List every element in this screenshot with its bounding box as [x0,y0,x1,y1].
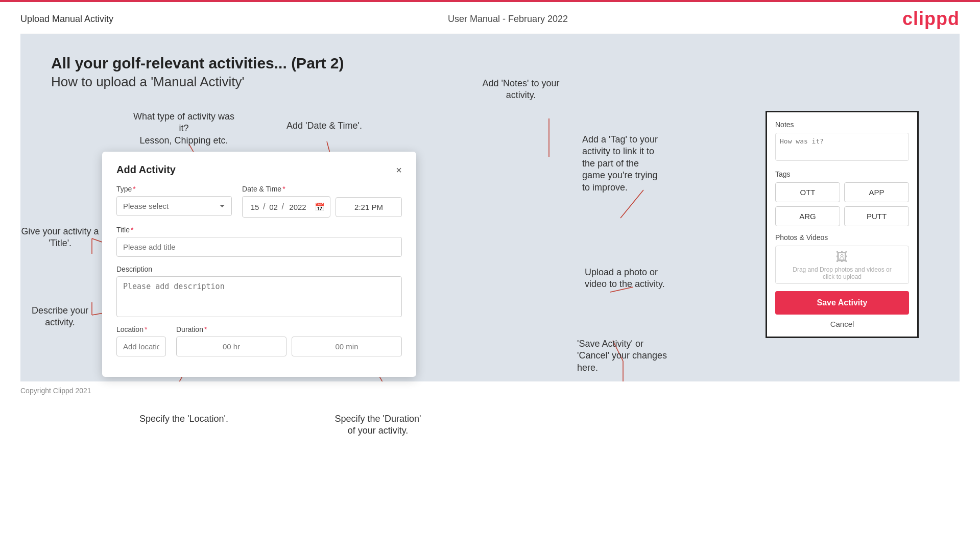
dialog-header: Add Activity × [116,164,402,176]
close-button[interactable]: × [396,165,402,175]
main-content: All your golf-relevant activities... (Pa… [20,34,960,381]
photos-label: Photos & Videos [775,233,909,242]
date-month[interactable] [267,203,281,211]
tag-arg[interactable]: ARG [775,206,840,226]
annotation-datetime: Add 'Date & Time'. [281,120,368,132]
description-textarea[interactable] [116,276,402,317]
annotation-title: Give your activity a 'Title'. [20,226,100,250]
date-input-group[interactable]: / / 📅 [242,196,330,218]
duration-label: Duration* [176,325,402,333]
tag-app[interactable]: APP [844,182,909,202]
calendar-icon: 📅 [315,202,325,212]
notes-textarea[interactable] [775,133,909,161]
type-label: Type* [116,185,232,193]
annotation-tag: Add a 'Tag' to your activity to link it … [582,134,700,194]
location-input[interactable] [116,337,166,356]
description-group: Description [116,265,402,317]
type-select[interactable]: Please select [116,196,232,216]
location-label: Location* [116,325,166,333]
notes-label: Notes [775,121,909,129]
title-group: Title* [116,226,402,257]
type-group: Type* Please select [116,185,232,218]
photos-dropzone[interactable]: 🖼 Drag and Drop photos and videos or cli… [775,246,909,284]
annotation-notes: Add 'Notes' to your activity. [465,78,577,102]
add-activity-dialog: Add Activity × Type* Please select Date … [102,152,416,377]
top-bar: Upload Manual Activity User Manual - Feb… [0,0,980,34]
annotation-save: 'Save Activity' or 'Cancel' your changes… [577,338,715,374]
phone-panel: Notes Tags OTT APP ARG PUTT Photos & Vid… [766,111,929,338]
title-label: Title* [116,226,402,234]
logo: clippd [902,8,960,30]
annotation-type: What type of activity was it? Lesson, Ch… [133,111,235,147]
manual-title: User Manual - February 2022 [448,14,568,25]
drag-drop-text: Drag and Drop photos and videos or click… [793,266,891,280]
duration-min-input[interactable] [292,337,402,356]
duration-inputs [176,337,402,356]
type-date-row: Type* Please select Date & Time* / / [116,185,402,218]
dialog-title: Add Activity [116,164,176,176]
heading-title: All your golf-relevant activities... (Pa… [51,55,929,72]
tags-grid: OTT APP ARG PUTT [775,182,909,226]
duration-hr-input[interactable] [176,337,286,356]
description-label: Description [116,265,402,273]
datetime-label: Date & Time* [242,185,402,193]
photo-icon: 🖼 [836,250,848,264]
svg-line-11 [620,190,643,218]
tag-putt[interactable]: PUTT [844,206,909,226]
footer: Copyright Clippd 2021 [0,381,980,400]
annotation-duration: Specify the 'Duration' of your activity. [314,413,442,437]
location-duration-row: Location* Duration* [116,325,402,356]
phone-screen: Notes Tags OTT APP ARG PUTT Photos & Vid… [766,111,919,338]
cancel-button[interactable]: Cancel [775,320,909,328]
duration-group: Duration* [176,325,402,356]
annotation-location: Specify the 'Location'. [135,413,232,425]
tag-ott[interactable]: OTT [775,182,840,202]
location-group: Location* [116,325,166,356]
copyright: Copyright Clippd 2021 [20,387,91,395]
date-year[interactable] [285,203,310,211]
title-input[interactable] [116,237,402,257]
time-input[interactable] [336,197,402,217]
date-day[interactable] [248,203,262,211]
save-activity-button[interactable]: Save Activity [775,291,909,315]
annotation-description: Describe your activity. [20,305,100,329]
datetime-group: Date & Time* / / 📅 [242,185,402,218]
tags-label: Tags [775,170,909,178]
annotation-photo: Upload a photo or video to the activity. [585,267,697,291]
page-title: Upload Manual Activity [20,14,113,25]
phone-screen-inner: Notes Tags OTT APP ARG PUTT Photos & Vid… [775,121,909,328]
